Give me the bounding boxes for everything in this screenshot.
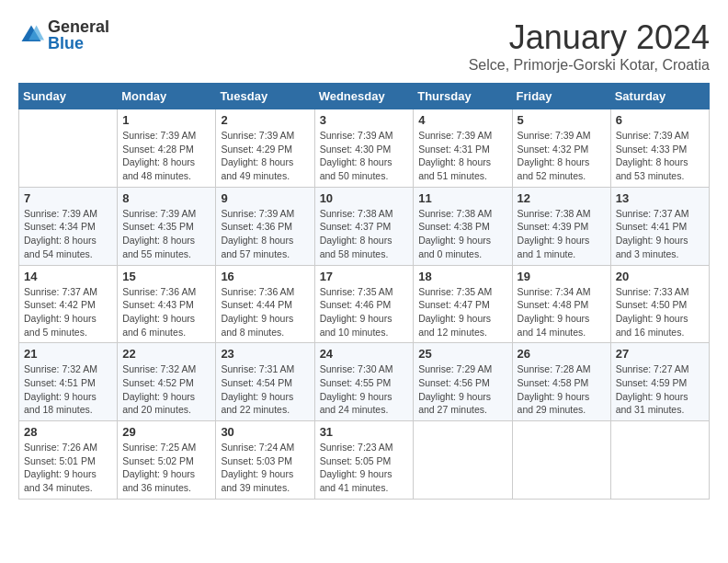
- day-number: 17: [320, 270, 409, 283]
- day-info: Sunrise: 7:39 AM Sunset: 4:35 PM Dayligh…: [122, 207, 210, 261]
- day-info: Sunrise: 7:30 AM Sunset: 4:55 PM Dayligh…: [320, 362, 409, 417]
- calendar-day-cell: 29Sunrise: 7:25 AM Sunset: 5:02 PM Dayli…: [118, 421, 216, 500]
- day-info: Sunrise: 7:32 AM Sunset: 4:51 PM Dayligh…: [24, 362, 112, 417]
- title-area: January 2024 Selce, Primorje-Gorski Kota…: [469, 18, 710, 74]
- calendar-day-cell: 1Sunrise: 7:39 AM Sunset: 4:28 PM Daylig…: [118, 109, 216, 188]
- calendar-day-cell: 25Sunrise: 7:29 AM Sunset: 4:56 PM Dayli…: [414, 343, 512, 421]
- day-number: 7: [24, 191, 112, 205]
- calendar-week-row: 21Sunrise: 7:32 AM Sunset: 4:51 PM Dayli…: [19, 343, 710, 421]
- calendar-week-row: 1Sunrise: 7:39 AM Sunset: 4:28 PM Daylig…: [19, 109, 710, 188]
- day-number: 3: [320, 113, 409, 127]
- title-location: Selce, Primorje-Gorski Kotar, Croatia: [469, 57, 710, 74]
- day-info: Sunrise: 7:23 AM Sunset: 5:05 PM Dayligh…: [320, 441, 409, 495]
- calendar-header-cell: Friday: [512, 84, 610, 109]
- calendar-day-cell: [19, 109, 118, 188]
- day-info: Sunrise: 7:32 AM Sunset: 4:52 PM Dayligh…: [122, 362, 210, 417]
- calendar-table: SundayMondayTuesdayWednesdayThursdayFrid…: [18, 83, 710, 500]
- calendar-day-cell: 21Sunrise: 7:32 AM Sunset: 4:51 PM Dayli…: [19, 343, 118, 421]
- day-info: Sunrise: 7:39 AM Sunset: 4:29 PM Dayligh…: [221, 129, 309, 183]
- calendar-header-cell: Thursday: [414, 84, 512, 109]
- day-info: Sunrise: 7:38 AM Sunset: 4:38 PM Dayligh…: [418, 207, 506, 261]
- day-info: Sunrise: 7:39 AM Sunset: 4:28 PM Dayligh…: [122, 129, 210, 183]
- day-info: Sunrise: 7:29 AM Sunset: 4:56 PM Dayligh…: [418, 362, 506, 417]
- calendar-header-cell: Wednesday: [314, 84, 414, 109]
- day-info: Sunrise: 7:34 AM Sunset: 4:48 PM Dayligh…: [518, 285, 606, 339]
- day-info: Sunrise: 7:25 AM Sunset: 5:02 PM Dayligh…: [122, 441, 210, 495]
- day-number: 9: [221, 191, 309, 205]
- calendar-header-cell: Saturday: [610, 84, 709, 109]
- calendar-header-cell: Monday: [118, 84, 216, 109]
- day-number: 25: [418, 347, 506, 361]
- calendar-day-cell: [512, 421, 610, 500]
- page-header: General Blue January 2024 Selce, Primorj…: [18, 18, 710, 74]
- day-number: 11: [418, 191, 506, 205]
- calendar-day-cell: 10Sunrise: 7:38 AM Sunset: 4:37 PM Dayli…: [314, 187, 414, 265]
- calendar-day-cell: 19Sunrise: 7:34 AM Sunset: 4:48 PM Dayli…: [512, 265, 610, 343]
- calendar-body: 1Sunrise: 7:39 AM Sunset: 4:28 PM Daylig…: [19, 109, 710, 500]
- calendar-header-row: SundayMondayTuesdayWednesdayThursdayFrid…: [19, 84, 710, 109]
- day-info: Sunrise: 7:35 AM Sunset: 4:46 PM Dayligh…: [320, 285, 409, 339]
- calendar-day-cell: 28Sunrise: 7:26 AM Sunset: 5:01 PM Dayli…: [19, 421, 118, 500]
- title-month: January 2024: [469, 18, 710, 57]
- logo-blue: Blue: [48, 35, 109, 52]
- day-number: 19: [518, 270, 606, 283]
- day-number: 5: [518, 113, 606, 127]
- day-number: 14: [24, 270, 112, 283]
- calendar-week-row: 14Sunrise: 7:37 AM Sunset: 4:42 PM Dayli…: [19, 265, 710, 343]
- day-info: Sunrise: 7:38 AM Sunset: 4:37 PM Dayligh…: [320, 207, 409, 261]
- calendar-day-cell: 30Sunrise: 7:24 AM Sunset: 5:03 PM Dayli…: [216, 421, 314, 500]
- calendar-day-cell: 24Sunrise: 7:30 AM Sunset: 4:55 PM Dayli…: [314, 343, 414, 421]
- calendar-day-cell: 9Sunrise: 7:39 AM Sunset: 4:36 PM Daylig…: [216, 187, 314, 265]
- calendar-day-cell: 31Sunrise: 7:23 AM Sunset: 5:05 PM Dayli…: [314, 421, 414, 500]
- calendar-day-cell: 8Sunrise: 7:39 AM Sunset: 4:35 PM Daylig…: [118, 187, 216, 265]
- calendar-week-row: 7Sunrise: 7:39 AM Sunset: 4:34 PM Daylig…: [19, 187, 710, 265]
- day-number: 29: [122, 425, 210, 439]
- day-info: Sunrise: 7:35 AM Sunset: 4:47 PM Dayligh…: [418, 285, 506, 339]
- day-info: Sunrise: 7:26 AM Sunset: 5:01 PM Dayligh…: [24, 441, 112, 495]
- logo: General Blue: [18, 18, 109, 52]
- day-number: 22: [122, 347, 210, 361]
- calendar-day-cell: 23Sunrise: 7:31 AM Sunset: 4:54 PM Dayli…: [216, 343, 314, 421]
- logo-icon: [18, 22, 44, 48]
- calendar-day-cell: 7Sunrise: 7:39 AM Sunset: 4:34 PM Daylig…: [19, 187, 118, 265]
- calendar-day-cell: 12Sunrise: 7:38 AM Sunset: 4:39 PM Dayli…: [512, 187, 610, 265]
- calendar-week-row: 28Sunrise: 7:26 AM Sunset: 5:01 PM Dayli…: [19, 421, 710, 500]
- day-info: Sunrise: 7:31 AM Sunset: 4:54 PM Dayligh…: [221, 362, 309, 417]
- calendar-day-cell: 5Sunrise: 7:39 AM Sunset: 4:32 PM Daylig…: [512, 109, 610, 188]
- day-number: 18: [418, 270, 506, 283]
- day-number: 20: [616, 270, 704, 283]
- day-number: 31: [320, 425, 409, 439]
- day-number: 2: [221, 113, 309, 127]
- logo-text: General Blue: [48, 18, 109, 52]
- day-number: 16: [221, 270, 309, 283]
- logo-general: General: [48, 18, 109, 35]
- day-number: 26: [518, 347, 606, 361]
- day-info: Sunrise: 7:39 AM Sunset: 4:30 PM Dayligh…: [320, 129, 409, 183]
- calendar-day-cell: 27Sunrise: 7:27 AM Sunset: 4:59 PM Dayli…: [610, 343, 709, 421]
- calendar-day-cell: 17Sunrise: 7:35 AM Sunset: 4:46 PM Dayli…: [314, 265, 414, 343]
- calendar-day-cell: 15Sunrise: 7:36 AM Sunset: 4:43 PM Dayli…: [118, 265, 216, 343]
- calendar-day-cell: 6Sunrise: 7:39 AM Sunset: 4:33 PM Daylig…: [610, 109, 709, 188]
- day-info: Sunrise: 7:39 AM Sunset: 4:32 PM Dayligh…: [518, 129, 606, 183]
- day-info: Sunrise: 7:37 AM Sunset: 4:42 PM Dayligh…: [24, 285, 112, 339]
- day-info: Sunrise: 7:36 AM Sunset: 4:44 PM Dayligh…: [221, 285, 309, 339]
- day-info: Sunrise: 7:39 AM Sunset: 4:36 PM Dayligh…: [221, 207, 309, 261]
- day-number: 21: [24, 347, 112, 361]
- day-info: Sunrise: 7:39 AM Sunset: 4:31 PM Dayligh…: [418, 129, 506, 183]
- day-info: Sunrise: 7:39 AM Sunset: 4:33 PM Dayligh…: [616, 129, 704, 183]
- day-number: 10: [320, 191, 409, 205]
- day-number: 23: [221, 347, 309, 361]
- day-number: 13: [616, 191, 704, 205]
- day-number: 1: [122, 113, 210, 127]
- day-info: Sunrise: 7:24 AM Sunset: 5:03 PM Dayligh…: [221, 441, 309, 495]
- calendar-day-cell: 11Sunrise: 7:38 AM Sunset: 4:38 PM Dayli…: [414, 187, 512, 265]
- day-info: Sunrise: 7:28 AM Sunset: 4:58 PM Dayligh…: [518, 362, 606, 417]
- day-info: Sunrise: 7:39 AM Sunset: 4:34 PM Dayligh…: [24, 207, 112, 261]
- day-number: 30: [221, 425, 309, 439]
- calendar-day-cell: [610, 421, 709, 500]
- day-number: 8: [122, 191, 210, 205]
- day-number: 27: [616, 347, 704, 361]
- day-number: 15: [122, 270, 210, 283]
- day-number: 24: [320, 347, 409, 361]
- calendar-day-cell: 20Sunrise: 7:33 AM Sunset: 4:50 PM Dayli…: [610, 265, 709, 343]
